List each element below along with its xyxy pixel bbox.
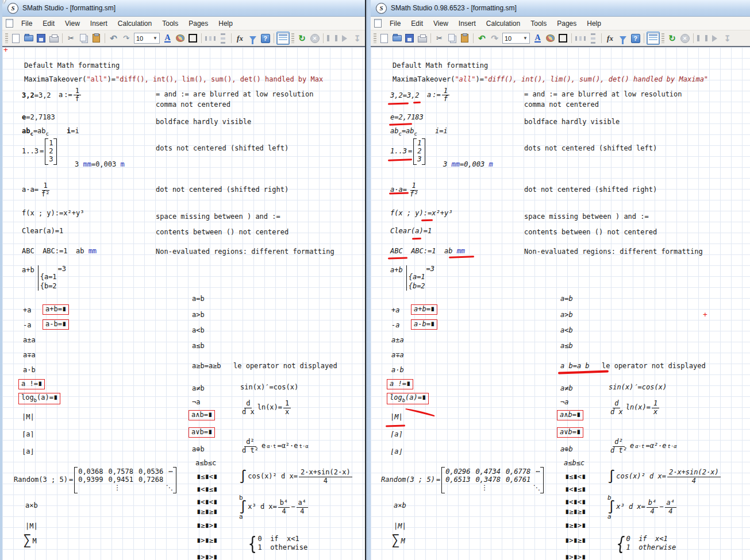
region-plus-a[interactable]: +a	[391, 307, 399, 315]
region-chain[interactable]: ∎≤∎<∎	[197, 473, 217, 481]
region-ge[interactable]: a≥b=a≥b	[192, 362, 221, 370]
comment[interactable]: dots not centered (shifted left)	[524, 145, 657, 153]
region-bool-eq[interactable]: a=b	[192, 295, 205, 303]
region-i[interactable]: i=i	[67, 128, 79, 136]
filter-button[interactable]	[617, 32, 629, 44]
comment[interactable]: boldface hardly visible	[524, 118, 620, 126]
region-xor[interactable]: a⊕b	[560, 446, 573, 454]
region-e[interactable]: e=2,7183	[22, 114, 55, 122]
document-icon[interactable]	[374, 19, 382, 28]
region-sum[interactable]: ∑M	[23, 533, 37, 547]
comment[interactable]: space missing between ) and :=	[524, 213, 649, 221]
region-not[interactable]: ¬a	[192, 399, 200, 407]
comment[interactable]: Non-evaluated regions: different formatt…	[156, 248, 334, 256]
region-lt[interactable]: a<b	[192, 327, 205, 335]
region-derivative-exp[interactable]: d²d t²eα·t=α²·et·α	[240, 435, 309, 457]
region-chain-abc[interactable]: a≤b≤c	[195, 459, 216, 468]
region-box-and[interactable]: a∧b=∎	[557, 410, 583, 420]
function-button[interactable]: fx	[604, 32, 616, 44]
region-maxima[interactable]: MaximaTakeover("all")="diff(), int(), li…	[24, 76, 323, 84]
region-a-def[interactable]: a:=1f	[427, 87, 449, 103]
save-button[interactable]	[35, 32, 47, 44]
region-box-or[interactable]: a∨b=∎	[557, 427, 583, 438]
region-derivative-ln[interactable]: dd xln(x)=1x	[240, 399, 291, 417]
new-button[interactable]	[10, 32, 22, 44]
region-gt[interactable]: a>b	[560, 311, 573, 319]
region-ab-sub[interactable]: abc=abc	[22, 128, 49, 137]
region-i[interactable]: i=i	[435, 128, 448, 136]
copy-button[interactable]	[78, 32, 90, 44]
region-abs-m2[interactable]: |M|	[25, 523, 38, 531]
region-sum[interactable]: ∑M	[391, 533, 405, 547]
comment[interactable]: dot not centered (shifted right)	[156, 186, 289, 194]
menu-view[interactable]: View	[60, 18, 84, 29]
undo-button[interactable]: ↶	[476, 32, 488, 44]
region-lt[interactable]: a<b	[560, 327, 573, 335]
toolbar-grip[interactable]	[5, 33, 8, 43]
region-abc[interactable]: ABC ABC:=1 ab mm	[22, 248, 97, 256]
comment[interactable]: comma not centered	[524, 101, 599, 109]
region-chain[interactable]: ∎<∎<∎	[565, 499, 586, 507]
font-color-button[interactable]: A	[161, 32, 174, 44]
cut-button[interactable]: ✂	[433, 32, 445, 44]
recalculate-button[interactable]: ↻	[666, 32, 678, 44]
step-button[interactable]: ↧	[721, 32, 733, 44]
region-minus-a[interactable]: -a	[391, 322, 399, 330]
region-units[interactable]: 3 mm=0,003 m	[443, 161, 493, 169]
region-units[interactable]: 3 mm=0,003 m	[75, 161, 125, 169]
region-box-log[interactable]: logb(a)=∎	[387, 393, 429, 404]
dropdown-arrow-icon[interactable]: ▼	[153, 36, 157, 41]
region-box-add[interactable]: a+b=∎	[411, 304, 437, 315]
worksheet[interactable]: + Default Math formatting MaximaTakeover…	[2, 47, 365, 560]
redo-button[interactable]: ↷	[489, 32, 501, 44]
menu-file[interactable]: File	[17, 18, 37, 29]
region-chain[interactable]: ∎≤∎<∎	[565, 473, 586, 481]
region-range[interactable]: 1..3=123	[390, 137, 425, 167]
region-plus-a[interactable]: +a	[23, 307, 31, 315]
region-pm[interactable]: a±a	[391, 337, 404, 345]
toolbar-grip[interactable]	[291, 33, 294, 43]
region-fxy[interactable]: f(x ; y):=x²+y³	[390, 210, 452, 218]
cut-button[interactable]: ✂	[65, 32, 77, 44]
region-chain-abc[interactable]: a≤b≤c	[564, 459, 584, 468]
region-ceil[interactable]: ⌈a⌉	[22, 431, 34, 439]
menu-insert[interactable]: Insert	[86, 18, 112, 29]
background-color-button[interactable]	[544, 32, 556, 44]
region-le[interactable]: a≤b	[192, 342, 205, 350]
region-derivative-ln[interactable]: dd xln(x)=1x	[609, 399, 659, 417]
region-chain[interactable]: ∎>∎≥∎	[565, 537, 586, 545]
align-vertical-button[interactable]	[217, 32, 229, 44]
play-button[interactable]	[339, 32, 351, 44]
region-fxy[interactable]: f(x ; y):=x²+y³	[22, 210, 84, 218]
region-abs-m[interactable]: |M|	[22, 414, 34, 422]
menu-view[interactable]: View	[429, 18, 453, 29]
menu-pages[interactable]: Pages	[184, 18, 213, 29]
comment[interactable]: le operator not displayed	[602, 362, 706, 370]
menu-help[interactable]: Help	[582, 18, 606, 29]
region-xor[interactable]: a⊕b	[192, 446, 205, 454]
border-button[interactable]	[557, 32, 569, 44]
region-comma[interactable]: 3,2=3,2	[390, 92, 420, 100]
region-ab-sub[interactable]: abc=abc	[390, 128, 417, 137]
region-ge[interactable]: a b=a b	[560, 362, 590, 370]
sidepanel-toggle-button[interactable]	[276, 32, 290, 45]
region-a-dot[interactable]: a·a=1f²	[390, 180, 420, 200]
region-mp[interactable]: a∓a	[391, 352, 404, 360]
region-box-factorial[interactable]: a !=∎	[387, 379, 413, 389]
align-horizontal-button[interactable]	[574, 32, 586, 44]
region-derivative-sin[interactable]: sin(x)′=cos(x)	[240, 384, 298, 392]
region-cases[interactable]: {0 if x<11 otherwise	[617, 533, 676, 554]
menu-tools[interactable]: Tools	[526, 18, 551, 29]
region-not[interactable]: ¬a	[560, 399, 568, 407]
region-derivative-exp[interactable]: d²d t²eα·t=α²·et·α	[609, 435, 677, 457]
region-pm[interactable]: a±a	[23, 337, 36, 345]
region-heading[interactable]: Default Math formatting	[393, 62, 488, 70]
dropdown-arrow-icon[interactable]: ▼	[523, 36, 528, 41]
region-box-log[interactable]: logb(a)=∎	[18, 393, 60, 404]
document-icon[interactable]	[6, 19, 13, 28]
border-button[interactable]	[187, 32, 199, 44]
region-mp[interactable]: a∓a	[23, 352, 36, 360]
region-box-or[interactable]: a∨b=∎	[189, 427, 215, 438]
region-heading[interactable]: Default Math formatting	[24, 62, 120, 70]
region-a-def[interactable]: a:=1f	[59, 87, 81, 103]
